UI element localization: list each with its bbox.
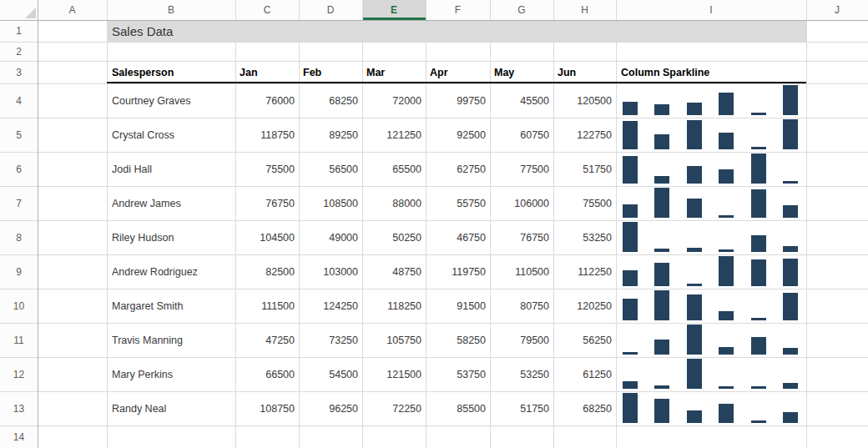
salesperson-cell[interactable]: Andrew Rodriguez [107,254,235,289]
column-sparkline[interactable] [623,118,798,152]
table-header-month[interactable]: Apr [426,61,490,83]
column-sparkline[interactable] [623,357,798,391]
value-cell[interactable]: 50250 [362,220,426,254]
value-cell[interactable]: 60750 [490,118,553,152]
value-cell[interactable]: 56250 [553,323,616,357]
column-header-i[interactable]: I [616,0,806,20]
table-header-month[interactable]: Jun [553,61,616,83]
row-header-9[interactable]: 9 [0,254,38,289]
value-cell[interactable]: 58250 [426,323,490,357]
value-cell[interactable]: 61250 [553,357,616,391]
value-cell[interactable]: 89250 [299,118,362,152]
column-header-a[interactable]: A [38,0,107,20]
column-header-h[interactable]: H [553,0,616,20]
value-cell[interactable]: 108500 [299,186,362,220]
column-sparkline[interactable] [623,323,798,357]
salesperson-cell[interactable]: Travis Manning [107,323,235,357]
value-cell[interactable]: 80750 [490,289,553,323]
value-cell[interactable]: 120500 [553,83,616,118]
value-cell[interactable]: 121500 [362,357,426,391]
row-header-8[interactable]: 8 [0,220,38,254]
row-header-12[interactable]: 12 [0,357,38,391]
value-cell[interactable]: 68250 [299,83,362,118]
sheet-title-cell[interactable]: Sales Data [107,20,806,42]
value-cell[interactable]: 54500 [299,357,362,391]
select-all-corner[interactable] [0,0,38,20]
column-header-b[interactable]: B [107,0,235,20]
value-cell[interactable]: 48750 [362,254,426,289]
column-sparkline[interactable] [623,220,798,254]
salesperson-cell[interactable]: Courtney Graves [107,83,235,118]
value-cell[interactable]: 53250 [553,220,616,254]
row-header-1[interactable]: 1 [0,20,38,42]
value-cell[interactable]: 72250 [362,391,426,425]
value-cell[interactable]: 51750 [553,152,616,186]
value-cell[interactable]: 104500 [235,220,299,254]
column-sparkline[interactable] [623,83,798,118]
column-header-j[interactable]: J [806,0,868,20]
value-cell[interactable]: 65500 [362,152,426,186]
value-cell[interactable]: 103000 [299,254,362,289]
value-cell[interactable]: 55750 [426,186,490,220]
value-cell[interactable]: 46750 [426,220,490,254]
value-cell[interactable]: 56500 [299,152,362,186]
value-cell[interactable]: 118250 [362,289,426,323]
value-cell[interactable]: 66500 [235,357,299,391]
table-header-month[interactable]: Mar [362,61,426,83]
value-cell[interactable]: 51750 [490,391,553,425]
row-header-5[interactable]: 5 [0,118,38,152]
salesperson-cell[interactable]: Randy Neal [107,391,235,425]
salesperson-cell[interactable]: Mary Perkins [107,357,235,391]
value-cell[interactable]: 96250 [299,391,362,425]
row-header-11[interactable]: 11 [0,323,38,357]
column-header-g[interactable]: G [490,0,553,20]
salesperson-cell[interactable]: Riley Hudson [107,220,235,254]
table-header-month[interactable]: May [490,61,553,83]
row-header-10[interactable]: 10 [0,289,38,323]
salesperson-cell[interactable]: Andrew James [107,186,235,220]
table-header-month[interactable]: Jan [235,61,299,83]
value-cell[interactable]: 110500 [490,254,553,289]
column-sparkline[interactable] [623,289,798,323]
value-cell[interactable]: 76750 [235,186,299,220]
column-header-c[interactable]: C [235,0,299,20]
row-header-3[interactable]: 3 [0,61,38,83]
value-cell[interactable]: 88000 [362,186,426,220]
value-cell[interactable]: 49000 [299,220,362,254]
table-header-sparkline[interactable]: Column Sparkline [616,61,806,83]
salesperson-cell[interactable]: Crystal Cross [107,118,235,152]
value-cell[interactable]: 73250 [299,323,362,357]
value-cell[interactable]: 75500 [553,186,616,220]
value-cell[interactable]: 105750 [362,323,426,357]
value-cell[interactable]: 72000 [362,83,426,118]
value-cell[interactable]: 53750 [426,357,490,391]
value-cell[interactable]: 75500 [235,152,299,186]
value-cell[interactable]: 47250 [235,323,299,357]
table-header-month[interactable]: Feb [299,61,362,83]
value-cell[interactable]: 76000 [235,83,299,118]
value-cell[interactable]: 82500 [235,254,299,289]
row-header-13[interactable]: 13 [0,391,38,425]
table-header-salesperson[interactable]: Salesperson [107,61,235,83]
value-cell[interactable]: 122750 [553,118,616,152]
value-cell[interactable]: 79500 [490,323,553,357]
salesperson-cell[interactable]: Jodi Hall [107,152,235,186]
value-cell[interactable]: 92500 [426,118,490,152]
value-cell[interactable]: 77500 [490,152,553,186]
value-cell[interactable]: 91500 [426,289,490,323]
column-sparkline[interactable] [623,391,798,425]
value-cell[interactable]: 120250 [553,289,616,323]
row-header-4[interactable]: 4 [0,83,38,118]
value-cell[interactable]: 124250 [299,289,362,323]
value-cell[interactable]: 62750 [426,152,490,186]
value-cell[interactable]: 118750 [235,118,299,152]
salesperson-cell[interactable]: Margaret Smith [107,289,235,323]
value-cell[interactable]: 45500 [490,83,553,118]
value-cell[interactable]: 119750 [426,254,490,289]
column-header-d[interactable]: D [299,0,362,20]
row-header-7[interactable]: 7 [0,186,38,220]
value-cell[interactable]: 121250 [362,118,426,152]
column-sparkline[interactable] [623,186,798,220]
column-sparkline[interactable] [623,152,798,186]
value-cell[interactable]: 106000 [490,186,553,220]
